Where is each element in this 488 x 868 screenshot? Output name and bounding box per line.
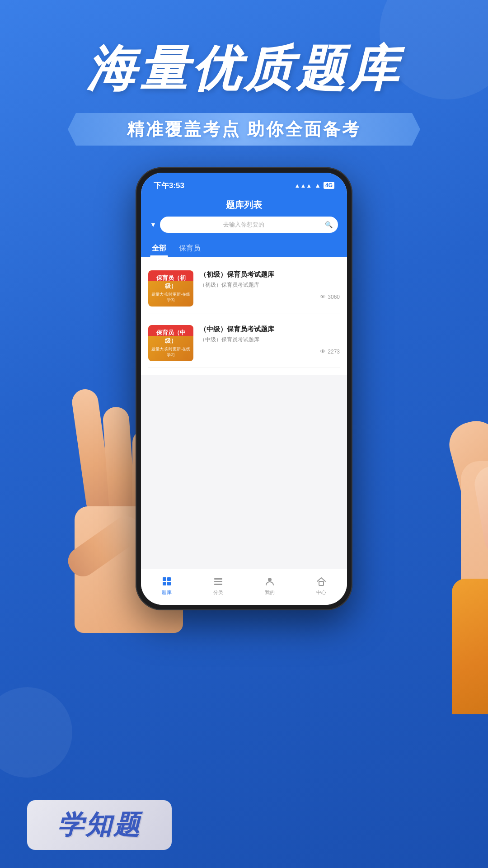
item-thumbnail-1: 保育员（初级） 题量大·实时更新·在线学习 bbox=[148, 270, 193, 307]
nav-label-center: 中心 bbox=[316, 589, 326, 596]
dropdown-arrow: ▼ bbox=[150, 221, 156, 228]
grid-icon bbox=[160, 575, 173, 588]
tab-childcare[interactable]: 保育员 bbox=[177, 240, 202, 257]
content-area: 保育员（初级） 题量大·实时更新·在线学习 （初级）保育员考试题库 （初级）保育… bbox=[141, 257, 347, 375]
nav-item-center[interactable]: 中心 bbox=[315, 575, 328, 596]
screen-title: 题库列表 bbox=[150, 199, 338, 211]
tab-all[interactable]: 全部 bbox=[150, 240, 168, 257]
views-icon-2: 👁 bbox=[320, 348, 326, 355]
views-count-1: 3060 bbox=[328, 294, 340, 300]
svg-rect-8 bbox=[319, 581, 324, 585]
thumb-title-2: 保育员（中级） bbox=[148, 329, 193, 345]
views-icon-1: 👁 bbox=[320, 293, 326, 300]
list-icon bbox=[212, 575, 225, 588]
search-bar[interactable]: 去输入你想要的 🔍 bbox=[160, 217, 338, 233]
svg-point-7 bbox=[268, 578, 272, 581]
status-bar: 下午3:53 ▲▲▲ ▲ 4G bbox=[141, 173, 347, 194]
item-views-1: 👁 3060 bbox=[200, 293, 340, 300]
wifi-icon: ▲ bbox=[314, 182, 321, 189]
svg-rect-4 bbox=[214, 578, 222, 580]
item-name-2: （中级）保育员考试题库 bbox=[200, 325, 340, 334]
bottom-nav: 题库 分类 我的 bbox=[141, 569, 347, 605]
battery-icon: 4G bbox=[324, 182, 334, 189]
svg-rect-6 bbox=[214, 584, 222, 585]
item-views-2: 👁 2273 bbox=[200, 348, 340, 355]
user-icon bbox=[263, 575, 276, 588]
logo-text: 学知题 bbox=[57, 807, 141, 843]
nav-label-bank: 题库 bbox=[162, 589, 172, 596]
svg-rect-0 bbox=[163, 577, 166, 581]
status-time: 下午3:53 bbox=[154, 180, 184, 191]
phone-screen: 下午3:53 ▲▲▲ ▲ 4G 题库列表 ▼ 去输入你想要的 🔍 bbox=[141, 173, 347, 605]
home-icon bbox=[315, 575, 328, 588]
phone-device: 下午3:53 ▲▲▲ ▲ 4G 题库列表 ▼ 去输入你想要的 🔍 bbox=[136, 167, 352, 610]
search-dropdown[interactable]: ▼ bbox=[150, 221, 156, 228]
svg-rect-5 bbox=[214, 581, 222, 582]
nav-label-mine: 我的 bbox=[265, 589, 275, 596]
phone-scene: 下午3:53 ▲▲▲ ▲ 4G 题库列表 ▼ 去输入你想要的 🔍 bbox=[90, 167, 398, 642]
app-header: 题库列表 ▼ 去输入你想要的 🔍 bbox=[141, 194, 347, 240]
list-item[interactable]: 保育员（初级） 题量大·实时更新·在线学习 （初级）保育员考试题库 （初级）保育… bbox=[148, 264, 340, 313]
views-count-2: 2273 bbox=[328, 349, 340, 355]
svg-rect-3 bbox=[167, 582, 171, 585]
search-placeholder: 去输入你想要的 bbox=[165, 221, 322, 229]
thumb-title-1: 保育员（初级） bbox=[148, 274, 193, 290]
nav-label-category: 分类 bbox=[213, 589, 223, 596]
search-container: ▼ 去输入你想要的 🔍 bbox=[150, 217, 338, 233]
thumb-sub-2: 题量大·实时更新·在线学习 bbox=[148, 346, 193, 358]
subtitle-banner: 精准覆盖考点 助你全面备考 bbox=[68, 113, 420, 146]
nav-item-bank[interactable]: 题库 bbox=[160, 575, 173, 596]
item-info-1: （初级）保育员考试题库 （初级）保育员考试题库 👁 3060 bbox=[200, 270, 340, 300]
nav-item-mine[interactable]: 我的 bbox=[263, 575, 276, 596]
svg-rect-2 bbox=[163, 582, 166, 585]
thumb-sub-1: 题量大·实时更新·在线学习 bbox=[148, 292, 193, 303]
bottom-logo: 学知题 bbox=[27, 800, 172, 850]
item-desc-1: （初级）保育员考试题库 bbox=[200, 281, 340, 289]
search-icon: 🔍 bbox=[325, 221, 333, 228]
item-name-1: （初级）保育员考试题库 bbox=[200, 270, 340, 279]
tabs-bar: 全部 保育员 bbox=[141, 240, 347, 257]
signal-icon: ▲▲▲ bbox=[295, 182, 312, 189]
item-info-2: （中级）保育员考试题库 （中级）保育员考试题库 👁 2273 bbox=[200, 325, 340, 355]
item-desc-2: （中级）保育员考试题库 bbox=[200, 336, 340, 344]
main-title: 海量优质题库 bbox=[0, 36, 488, 102]
svg-rect-1 bbox=[167, 577, 171, 581]
subtitle-text: 精准覆盖考点 助你全面备考 bbox=[127, 118, 361, 141]
nav-item-category[interactable]: 分类 bbox=[212, 575, 225, 596]
status-icons: ▲▲▲ ▲ 4G bbox=[295, 182, 334, 189]
list-item[interactable]: 保育员（中级） 题量大·实时更新·在线学习 （中级）保育员考试题库 （中级）保育… bbox=[148, 319, 340, 368]
item-thumbnail-2: 保育员（中级） 题量大·实时更新·在线学习 bbox=[148, 325, 193, 361]
